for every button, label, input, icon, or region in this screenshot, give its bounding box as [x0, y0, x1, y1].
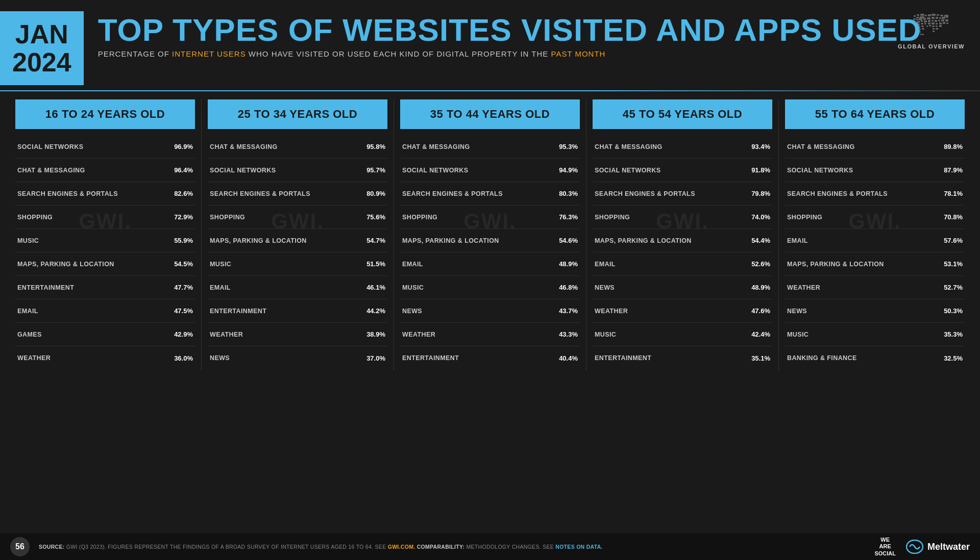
table-row: SEARCH ENGINES & PORTALS80.3% [400, 182, 580, 206]
table-row: NEWS37.0% [208, 346, 387, 370]
row-label: SEARCH ENGINES & PORTALS [787, 190, 944, 197]
header: JAN 2024 TOP TYPES OF WEBSITES VISITED A… [0, 0, 980, 90]
row-label: EMAIL [787, 237, 944, 244]
svg-rect-36 [936, 23, 938, 24]
table-row: SHOPPING70.8% [785, 206, 965, 229]
row-value: 40.4% [559, 354, 578, 362]
svg-rect-29 [941, 19, 944, 21]
svg-rect-28 [938, 20, 940, 21]
table-row: SEARCH ENGINES & PORTALS79.8% [593, 182, 772, 206]
row-label: NEWS [787, 308, 944, 315]
svg-rect-52 [933, 31, 935, 32]
we-are-social-logo: WEARESOCIAL [874, 537, 896, 557]
svg-rect-53 [920, 34, 922, 35]
row-label: SHOPPING [787, 214, 944, 221]
svg-rect-49 [933, 28, 935, 30]
svg-rect-40 [918, 26, 920, 28]
table-row: SHOPPING74.0% [593, 206, 772, 229]
table-row: MUSIC42.4% [593, 323, 772, 346]
row-label: SEARCH ENGINES & PORTALS [210, 190, 366, 197]
row-value: 95.7% [366, 166, 385, 174]
table-row: CHAT & MESSAGING93.4% [593, 135, 772, 159]
row-label: SOCIAL NETWORKS [17, 143, 174, 150]
svg-rect-18 [939, 17, 941, 19]
table-row: SEARCH ENGINES & PORTALS82.6% [15, 182, 195, 206]
svg-rect-50 [936, 28, 938, 30]
table-row: WEATHER52.7% [785, 276, 965, 299]
table-row: MAPS, PARKING & LOCATION54.4% [593, 229, 772, 252]
table-row: WEATHER36.0% [15, 346, 195, 370]
row-value: 52.7% [944, 284, 963, 291]
footer: 56 SOURCE: GWI (Q3 2023). FIGURES REPRES… [0, 533, 980, 560]
svg-rect-26 [932, 20, 934, 21]
header-divider [0, 90, 980, 91]
footer-text: SOURCE: GWI (Q3 2023). FIGURES REPRESENT… [39, 544, 874, 550]
row-label: MUSIC [787, 331, 944, 338]
row-label: MAPS, PARKING & LOCATION [210, 237, 366, 244]
table-row: SHOPPING76.3% [400, 206, 580, 229]
row-label: ENTERTAINMENT [595, 354, 751, 362]
row-value: 53.1% [944, 260, 963, 268]
age-header-45-54: 45 TO 54 YEARS OLD [593, 99, 772, 129]
subtitle: PERCENTAGE OF INTERNET USERS WHO HAVE VI… [98, 49, 965, 58]
table-row: MUSIC51.5% [208, 252, 387, 276]
table-row: MUSIC55.9% [15, 229, 195, 252]
row-label: ENTERTAINMENT [17, 284, 174, 291]
row-label: EMAIL [210, 284, 366, 291]
row-value: 74.0% [751, 213, 770, 221]
row-label: MAPS, PARKING & LOCATION [402, 237, 559, 244]
row-value: 95.3% [559, 143, 578, 150]
subtitle-pre: PERCENTAGE OF [98, 49, 172, 58]
row-value: 50.3% [944, 307, 963, 315]
row-value: 80.9% [366, 190, 385, 197]
svg-rect-17 [936, 17, 938, 19]
table-row: MAPS, PARKING & LOCATION54.6% [400, 229, 580, 252]
table-row: EMAIL47.5% [15, 299, 195, 323]
row-label: MUSIC [595, 331, 751, 338]
table-row: WEATHER47.6% [593, 299, 772, 323]
row-value: 55.9% [174, 237, 193, 244]
svg-rect-19 [942, 17, 945, 19]
svg-rect-30 [945, 19, 948, 21]
svg-rect-9 [940, 15, 943, 16]
svg-rect-22 [917, 21, 920, 23]
table-row: MUSIC35.3% [785, 323, 965, 346]
row-value: 51.5% [366, 260, 385, 268]
svg-rect-23 [921, 20, 923, 22]
table-row: MAPS, PARKING & LOCATION54.7% [208, 229, 387, 252]
svg-rect-2 [920, 14, 924, 16]
footer-logos: WEARESOCIAL Meltwater [874, 537, 970, 557]
svg-rect-25 [928, 20, 930, 22]
title-section: TOP TYPES OF WEBSITES VISITED AND APPS U… [98, 11, 965, 58]
row-label: WEATHER [402, 331, 559, 338]
svg-rect-5 [925, 15, 927, 16]
svg-rect-7 [932, 14, 936, 16]
svg-rect-8 [937, 14, 939, 16]
age-column-55-64: GWI.55 TO 64 YEARS OLDCHAT & MESSAGING89… [779, 99, 971, 370]
row-label: WEATHER [595, 308, 751, 315]
row-value: 78.1% [944, 190, 963, 197]
row-label: SEARCH ENGINES & PORTALS [595, 190, 751, 197]
age-column-45-54: GWI.45 TO 54 YEARS OLDCHAT & MESSAGING93… [586, 99, 779, 370]
svg-rect-24 [924, 20, 927, 22]
table-row: SHOPPING72.9% [15, 206, 195, 229]
row-value: 46.1% [366, 284, 385, 291]
svg-rect-31 [918, 23, 920, 25]
svg-rect-44 [932, 26, 935, 27]
row-value: 47.7% [174, 284, 193, 291]
svg-rect-21 [915, 21, 916, 23]
row-value: 42.9% [174, 330, 193, 338]
global-overview: GLOBAL OVERVIEW [898, 11, 965, 49]
table-row: NEWS50.3% [785, 299, 965, 323]
svg-rect-48 [922, 28, 924, 30]
row-value: 42.4% [751, 330, 770, 338]
row-value: 94.9% [559, 166, 578, 174]
svg-rect-20 [946, 16, 948, 18]
svg-rect-1 [917, 14, 919, 16]
date-line1: JAN [15, 19, 68, 49]
row-value: 47.5% [174, 307, 193, 315]
row-label: BANKING & FINANCE [787, 354, 944, 362]
row-value: 89.8% [944, 143, 963, 150]
svg-rect-6 [928, 14, 931, 16]
row-value: 35.3% [944, 330, 963, 338]
